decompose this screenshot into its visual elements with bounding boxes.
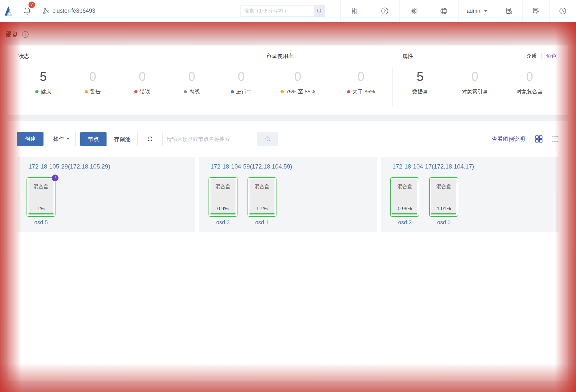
capacity-columns: 0 75% 至 85% 0 大于 85% [266, 66, 392, 115]
attribute-section: 属性 5 数据盘 0 对象索引盘 0 [393, 52, 557, 115]
node-title[interactable]: 172-18-104-17(172.18.104.17) [392, 163, 559, 170]
stat-value: 0 [472, 70, 478, 84]
grid-view-icon[interactable] [535, 135, 543, 143]
node-title[interactable]: 172-18-104-59(172.18.104.59) [210, 163, 377, 170]
tab-storage-pool[interactable]: 存储池 [106, 132, 138, 146]
create-button[interactable]: 创建 [17, 132, 44, 146]
disk-tile[interactable]: 混合盘 1.1% [248, 177, 276, 217]
group-by-toggle: 节点 存储池 [80, 132, 138, 146]
info-icon[interactable] [22, 31, 29, 38]
usage-75-85-dot-icon [280, 90, 284, 93]
toggle-role[interactable]: 角色 [546, 52, 556, 59]
history-button[interactable] [549, 0, 576, 22]
svg-text:?: ? [384, 9, 386, 13]
gear-icon [410, 7, 418, 15]
global-search [240, 5, 325, 17]
refresh-icon [147, 136, 154, 142]
refresh-button[interactable] [143, 132, 157, 146]
disk-type: 混合盘 [436, 183, 451, 190]
stat-value: 0 [89, 70, 96, 84]
stat-label: 对象复合盘 [516, 88, 543, 95]
stat-offline: 0 离线 [167, 66, 216, 115]
app: 7 cluster-fe8b6493 [0, 0, 576, 392]
disk-usage-bar [210, 213, 236, 214]
document-pen-icon [532, 7, 540, 15]
disk-item: 混合盘 1.01% osd.0 [429, 177, 458, 226]
global-search-button[interactable] [314, 5, 325, 16]
stat-label: 进行中 [236, 88, 252, 95]
tab-node[interactable]: 节点 [80, 132, 106, 146]
disk-tile[interactable]: 混合盘 1.01% [429, 177, 458, 217]
stat-label-row: 大于 85% [347, 88, 375, 95]
disk-list-panel: 创建 操作 节点 存储池 [7, 121, 568, 382]
offline-dot-icon [184, 90, 187, 93]
stat-value: 0 [358, 70, 364, 84]
cluster-selector[interactable]: cluster-fe8b6493 [37, 0, 101, 22]
status-columns: 5 健康 0 警告 0 [18, 66, 266, 115]
stat-usage-gt-85: 0 大于 85% [330, 66, 393, 115]
node-title[interactable]: 172-18-105-29(172.18.105.29) [28, 163, 195, 170]
disk-search-button[interactable] [258, 132, 278, 146]
operate-dropdown-button[interactable]: 操作 [47, 132, 76, 146]
stat-error: 0 错误 [118, 66, 167, 115]
disk-item: 混合盘 1% ! osd.5 [26, 177, 56, 226]
disk-usage: 0.99% [398, 206, 412, 211]
disk-search-input[interactable] [163, 132, 258, 146]
topology-button[interactable] [340, 0, 370, 22]
chevron-down-icon [66, 138, 70, 140]
disk-alert-badge[interactable]: ! [52, 175, 58, 181]
disk-name[interactable]: osd.0 [429, 219, 458, 226]
stat-label: 警告 [90, 88, 101, 95]
disk-name[interactable]: osd.2 [390, 219, 419, 226]
disk-name[interactable]: osd.1 [248, 219, 276, 226]
disk-tile-body: 混合盘 1.1% [250, 179, 274, 214]
error-dot-icon [134, 90, 138, 93]
disk-tile[interactable]: 混合盘 0.9% [208, 177, 238, 217]
stat-label: 对象索引盘 [462, 88, 488, 95]
top-header: 7 cluster-fe8b6493 [0, 0, 576, 22]
disk-tile[interactable]: 混合盘 0.99% [390, 177, 419, 217]
global-search-input[interactable] [240, 5, 314, 16]
stat-value: 0 [188, 70, 195, 84]
disk-name[interactable]: osd.3 [208, 219, 238, 226]
operation-log-button[interactable] [522, 0, 549, 22]
disk-usage: 0.9% [217, 206, 229, 211]
toolbar: 创建 操作 节点 存储池 [17, 132, 559, 146]
node-card: 172-18-104-17(172.18.104.17) 混合盘 0.99% [381, 157, 559, 232]
stat-data-disk: 5 数据盘 [393, 66, 448, 115]
list-view-icon[interactable] [551, 135, 559, 143]
user-menu[interactable]: admin [458, 0, 496, 22]
node-card: 172-18-105-29(172.18.105.29) 混合盘 1% ! [17, 157, 195, 232]
usage-gt-85-dot-icon [347, 90, 350, 93]
capacity-section-title: 容量使用率 [266, 52, 392, 60]
disk-tile-body: 混合盘 0.99% [392, 179, 417, 214]
app-logo[interactable] [0, 0, 17, 22]
username: admin [467, 8, 482, 14]
help-button[interactable]: ? [370, 0, 399, 22]
toggle-media[interactable]: 介质 [526, 52, 537, 59]
document-clock-icon [506, 7, 513, 15]
toggle-divider [541, 53, 542, 59]
cluster-name: cluster-fe8b6493 [52, 7, 95, 14]
notifications-button[interactable]: 7 [17, 0, 37, 22]
task-log-button[interactable] [496, 0, 522, 22]
stat-label-row: 对象复合盘 [516, 88, 543, 95]
disk-name[interactable]: osd.5 [26, 219, 56, 226]
stat-label: 错误 [140, 88, 150, 95]
disk-tile-body: 混合盘 1.01% [431, 179, 456, 214]
disk-tile[interactable]: 混合盘 1% ! [26, 177, 56, 217]
stat-label-row: 错误 [134, 88, 150, 95]
language-button[interactable] [429, 0, 458, 22]
stat-value: 0 [238, 70, 245, 84]
stat-label: 离线 [189, 88, 200, 95]
settings-button[interactable] [399, 0, 429, 22]
disk-item: 混合盘 1.1% osd.1 [248, 177, 276, 226]
page-title: 硬盘 [6, 30, 18, 39]
operate-label: 操作 [53, 135, 64, 143]
healthy-dot-icon [35, 90, 38, 93]
stat-object-index-disk: 0 对象索引盘 [448, 66, 502, 115]
legend-link[interactable]: 查看图例说明 [492, 135, 525, 143]
stat-label-row: 警告 [85, 88, 101, 95]
stat-value: 5 [40, 70, 47, 84]
media-role-toggle: 介质 角色 [526, 52, 556, 59]
